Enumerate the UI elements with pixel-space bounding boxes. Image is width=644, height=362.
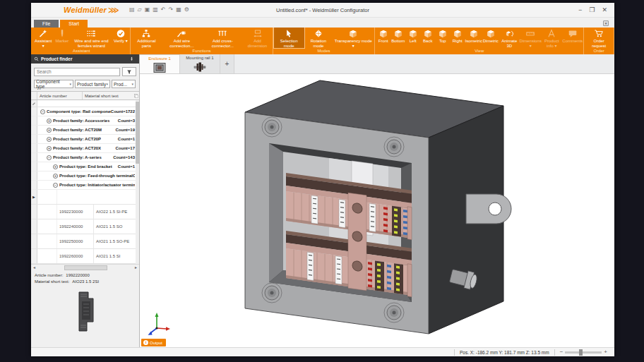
collapse-icon[interactable]: − <box>47 155 52 160</box>
save-icon[interactable]: ▣ <box>145 6 150 13</box>
output-button[interactable]: i Output <box>141 339 166 346</box>
tree-group-row[interactable]: +Product type: End bracketCount=1 <box>31 162 139 171</box>
ribbon: Assistant ▾MarkerWire and wire end ferru… <box>31 28 614 54</box>
restore-button[interactable]: ❐ <box>589 6 595 13</box>
button-label: Left <box>410 39 417 44</box>
ribbon-options-icon[interactable]: ▾ <box>603 20 609 26</box>
tree-group-row[interactable]: +Product family: AccessoriesCount=3 <box>31 116 139 126</box>
product-thumbnail <box>31 289 139 347</box>
filter-button[interactable] <box>122 67 136 76</box>
tree-group-row[interactable]: −Product family: A-seriesCount=143 <box>31 153 139 162</box>
right-button[interactable]: Right <box>450 28 465 48</box>
isometric-button[interactable]: Isometric <box>465 28 482 48</box>
auto-filter-row[interactable] <box>31 100 139 107</box>
verify-button[interactable]: Verify ▾ <box>112 28 129 48</box>
front-button[interactable]: Front <box>376 28 390 48</box>
button-label: Verify ▾ <box>114 39 128 44</box>
settings-icon[interactable]: ⚙ <box>184 6 189 13</box>
collapse-icon[interactable]: − <box>53 183 58 188</box>
ribbon-group-view: FrontBottomLeftBackTopRightIsometricDime… <box>375 28 584 54</box>
application-window: Weidmüller⋙ ▤▱▣▥↶↷▦⚙ Untitled.conf* - We… <box>31 3 614 356</box>
column-header-material[interactable]: Material short text <box>83 92 133 99</box>
scroll-left-icon[interactable]: ◄ <box>31 265 37 270</box>
tab-file[interactable]: File <box>34 20 59 28</box>
zoom-slider[interactable] <box>565 351 602 354</box>
pin-icon[interactable] <box>129 56 134 61</box>
collapse-icon[interactable]: − <box>40 109 45 114</box>
add-cross-connector-button[interactable]: Add cross-connector... <box>202 28 243 48</box>
terminal-blocks[interactable] <box>286 173 412 297</box>
assistant-button[interactable]: Assistant ▾ <box>33 28 53 48</box>
wire-and-wire-end-ferrules-wizard-button[interactable]: Wire and wire end ferrules wizard <box>71 28 112 48</box>
product-select[interactable]: Prod...▾ <box>112 80 136 88</box>
expand-icon[interactable]: + <box>53 164 58 169</box>
search-input[interactable] <box>34 68 120 76</box>
close-button[interactable]: ✕ <box>602 6 607 13</box>
tab-start[interactable]: Start <box>60 20 88 28</box>
additional-parts-button[interactable]: Additional parts <box>131 28 161 48</box>
scroll-right-icon[interactable]: ► <box>133 265 139 270</box>
undo-icon[interactable]: ↶ <box>161 6 166 13</box>
order-request-button[interactable]: Order request <box>585 28 613 48</box>
doctab-mounting-rail-1[interactable]: Mounting rail 1 <box>180 54 220 73</box>
doctab-enclosure-1[interactable]: Enclosure 1 <box>140 54 180 73</box>
marker-button[interactable]: Marker <box>53 28 71 48</box>
print-icon[interactable]: ▥ <box>153 6 158 13</box>
copy-icon[interactable]: ▦ <box>176 6 181 13</box>
tree-group-row[interactable]: +Product family: ACT20XCount=17 <box>31 144 139 153</box>
transparency-mode-button[interactable]: Transparency mode ▾ <box>333 28 374 48</box>
table-row[interactable]: 1992240000AIO21 1.5 SO <box>31 219 139 234</box>
new-tab-button[interactable]: + <box>220 54 234 73</box>
left-button[interactable]: Left <box>405 28 420 48</box>
table-row[interactable]: 1992260000AIO21 1.5 SI <box>31 249 139 264</box>
vertical-scrollbar[interactable] <box>136 100 139 264</box>
top-button[interactable]: Top <box>435 28 450 48</box>
add-wire-connection-button[interactable]: Add wire connection... <box>161 28 202 48</box>
component-type-select[interactable]: Component type▾ <box>34 80 73 88</box>
open-file-icon[interactable]: ▱ <box>138 6 142 13</box>
rotation-icon <box>314 29 323 38</box>
table-row[interactable]: ▶1992220000AIO23 1.5 2SI <box>31 190 139 205</box>
expand-icon[interactable]: + <box>47 119 52 123</box>
comments-button[interactable]: Comments <box>562 28 583 48</box>
zoom-out-button[interactable]: − <box>560 349 564 355</box>
expand-icon[interactable]: + <box>47 137 52 142</box>
desktop-background: Weidmüller⋙ ▤▱▣▥↶↷▦⚙ Untitled.conf* - We… <box>0 0 644 362</box>
back-button[interactable]: Back <box>420 28 435 48</box>
column-header-article[interactable]: Article number <box>37 92 83 99</box>
tree-group-row[interactable]: +Product family: ACT20PCount=1 <box>31 135 139 144</box>
expand-icon[interactable]: + <box>47 128 52 133</box>
minimize-button[interactable]: − <box>578 6 582 13</box>
animate-3d-button[interactable]: Animate 3D <box>499 28 520 48</box>
horizontal-scrollbar[interactable]: ◄ ► <box>31 264 139 270</box>
new-file-icon[interactable]: ▤ <box>129 6 135 13</box>
selection-mode-button[interactable]: Selection mode <box>274 28 304 48</box>
enclosure-3d-model[interactable] <box>140 74 614 347</box>
zoom-in-button[interactable]: + <box>604 349 607 355</box>
material-text-cell: AIO23 1.5 2SI <box>94 190 139 204</box>
canvas-3d[interactable]: i Output <box>140 74 614 347</box>
table-row[interactable]: 1992230000AIO22 1.5 SI-PE <box>31 205 139 219</box>
product-family-select[interactable]: Product family▾ <box>75 80 110 88</box>
dimetric-button[interactable]: Dimetric <box>482 28 499 48</box>
article-number-cell: 1992260000 <box>57 249 94 263</box>
tree-group-row[interactable]: −Component type: Rail componentCount=172… <box>31 107 139 116</box>
tree-group-row[interactable]: −Product type: Initiator/actuator termin… <box>31 181 139 190</box>
button-label: Bottom <box>391 39 405 44</box>
zoom-slider-thumb[interactable] <box>579 349 583 356</box>
rotation-mode-button[interactable]: Rotation mode <box>304 28 333 48</box>
expand-icon[interactable]: + <box>53 174 58 179</box>
column-chooser-icon[interactable] <box>133 92 139 99</box>
product-info-button[interactable]: Product info ▾ <box>541 28 562 48</box>
bottom-button[interactable]: Bottom <box>390 28 405 48</box>
expand-icon[interactable]: + <box>47 146 52 151</box>
tree-group-row[interactable]: +Product type: Feed-through terminalCo <box>31 171 139 181</box>
table-row[interactable]: 1992250000AIO21 1.5 SO-PE <box>31 234 139 249</box>
redo-icon[interactable]: ↷ <box>169 6 174 13</box>
tree-group-row[interactable]: +Product family: ACT20MCount=19 <box>31 126 139 135</box>
dimensions-button[interactable]: Dimensions ▾ <box>520 28 541 48</box>
add-dimension-button[interactable]: Add dimension <box>243 28 271 48</box>
group-row-label: Product family: A-series <box>53 155 102 159</box>
scrollbar-thumb[interactable] <box>64 265 107 270</box>
scrollbar-thumb[interactable] <box>136 102 139 164</box>
